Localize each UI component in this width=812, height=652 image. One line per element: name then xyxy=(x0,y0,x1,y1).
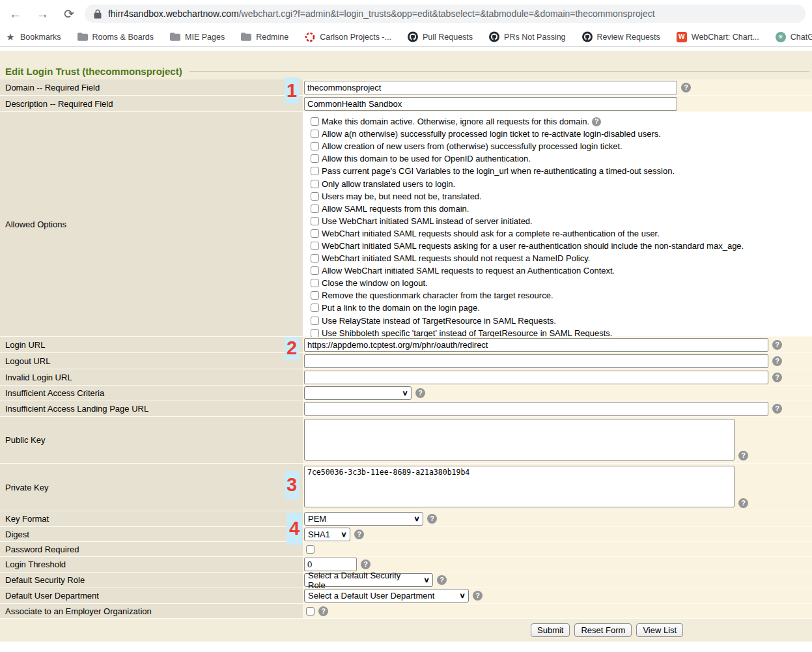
form-footer: Submit Reset Form View List xyxy=(0,619,812,642)
employer-org-help-icon[interactable]: ? xyxy=(318,606,328,616)
allowed-option-checkbox-15[interactable] xyxy=(311,291,319,300)
private-key-help-icon[interactable]: ? xyxy=(738,498,748,508)
allowed-option-checkbox-8[interactable] xyxy=(311,205,319,213)
allowed-option-row: Allow SAML requests from this domain. xyxy=(304,203,812,215)
row-allowed-options: Allowed Options Make this domain active.… xyxy=(0,112,812,337)
allowed-option-checkbox-16[interactable] xyxy=(311,304,319,312)
folder-icon xyxy=(77,32,88,42)
bookmark-label: Review Requests xyxy=(597,33,660,42)
allowed-option-checkbox-11[interactable] xyxy=(311,242,319,250)
allowed-option-label: Use RelayState instead of TargetResource… xyxy=(322,316,556,326)
bookmark-rooms-boards[interactable]: Rooms & Boards xyxy=(77,32,154,42)
invalid-login-url-help-icon[interactable]: ? xyxy=(772,373,782,382)
github-icon xyxy=(582,32,593,42)
bookmark-label: ChatGPT xyxy=(791,33,812,42)
back-icon[interactable]: ← xyxy=(9,8,21,20)
chevron-down-icon: ∨ xyxy=(341,530,347,539)
description-label: Description -- Required Field xyxy=(0,96,303,111)
login-url-help-icon[interactable]: ? xyxy=(772,340,782,350)
row-public-key: Public Key ? xyxy=(0,417,812,464)
default-security-role-label: Default Security Role xyxy=(0,573,303,588)
bookmark-mie-pages[interactable]: MIE Pages xyxy=(170,32,225,42)
reload-icon[interactable]: ⟳ xyxy=(64,8,74,20)
allowed-option-checkbox-3[interactable] xyxy=(311,142,319,150)
logout-url-input[interactable] xyxy=(304,354,768,368)
allowed-option-checkbox-2[interactable] xyxy=(311,130,319,138)
default-user-department-select[interactable]: Select a Default User Department∨ xyxy=(304,589,469,602)
allowed-option-checkbox-13[interactable] xyxy=(311,266,319,275)
page-title-text: Edit Login Trust (thecommonsproject) xyxy=(5,66,182,77)
default-security-role-select[interactable]: Select a Default Security Role∨ xyxy=(304,573,433,587)
default-security-role-help-icon[interactable]: ? xyxy=(437,575,447,585)
insufficient-access-criteria-select[interactable]: ∨ xyxy=(304,386,412,400)
reset-form-button[interactable]: Reset Form xyxy=(574,623,632,637)
key-format-help-icon[interactable]: ? xyxy=(427,514,437,524)
allowed-options-list: Make this domain active. Otherwise, igno… xyxy=(303,112,812,336)
webchart-icon: W xyxy=(677,32,687,42)
bookmark-label: Pull Requests xyxy=(423,33,473,42)
bookmark-carlson-projects[interactable]: Carlson Projects -... xyxy=(305,32,391,42)
bookmark-review-requests[interactable]: Review Requests xyxy=(582,32,660,42)
login-threshold-help-icon[interactable]: ? xyxy=(361,560,371,569)
bookmark-chatgpt[interactable]: ✳ChatGPT xyxy=(776,32,812,42)
default-user-department-help-icon[interactable]: ? xyxy=(473,591,483,601)
submit-button[interactable]: Submit xyxy=(531,623,570,637)
invalid-login-url-input[interactable] xyxy=(304,371,768,384)
padlock-icon[interactable] xyxy=(94,9,102,19)
private-key-textarea[interactable]: 7ce50036-3c3b-11ee-8689-a21a380b19b4 xyxy=(304,466,735,507)
bookmark-webchart-chart[interactable]: WWebChart: Chart... xyxy=(677,32,759,42)
login-url-input[interactable] xyxy=(304,338,768,352)
allowed-option-checkbox-10[interactable] xyxy=(311,229,319,238)
bookmark-redmine[interactable]: Redmine xyxy=(241,32,288,42)
allowed-option-row: Users may be, but need not be, translate… xyxy=(304,190,812,203)
logout-url-label: Logout URL xyxy=(0,353,303,369)
employer-org-checkbox[interactable] xyxy=(306,607,315,616)
default-security-role-value: Select a Default Security Role xyxy=(308,571,419,590)
allowed-option-help-icon[interactable]: ? xyxy=(592,117,601,126)
password-required-checkbox[interactable] xyxy=(306,545,315,554)
github-icon xyxy=(408,32,418,42)
chevron-down-icon: ∨ xyxy=(413,515,420,523)
allowed-option-label: Allow this domain to be used for OpenID … xyxy=(322,154,531,163)
allowed-option-checkbox-14[interactable] xyxy=(311,279,319,287)
insufficient-access-criteria-help-icon[interactable]: ? xyxy=(415,388,425,398)
public-key-textarea[interactable] xyxy=(304,419,735,461)
login-threshold-label: Login Threshold xyxy=(0,557,303,572)
bookmark-pull-requests[interactable]: Pull Requests xyxy=(408,32,473,42)
insufficient-access-landing-help-icon[interactable]: ? xyxy=(772,404,782,414)
allowed-option-checkbox-9[interactable] xyxy=(311,217,319,225)
digest-select[interactable]: SHA1∨ xyxy=(304,528,350,541)
public-key-help-icon[interactable]: ? xyxy=(738,451,748,461)
forward-icon[interactable]: → xyxy=(36,8,49,20)
login-threshold-input[interactable] xyxy=(304,558,357,571)
address-bar[interactable]: fhirr4sandbox.webchartnow.com/webchart.c… xyxy=(85,5,805,23)
domain-input[interactable] xyxy=(304,81,677,94)
bookmark-label: PRs Not Passing xyxy=(504,33,565,42)
allowed-option-checkbox-5[interactable] xyxy=(311,167,319,175)
bookmark-label: MIE Pages xyxy=(185,33,225,42)
allowed-option-row: Allow creation of new users from (otherw… xyxy=(304,140,812,152)
allowed-option-checkbox-7[interactable] xyxy=(311,192,319,201)
bookmark-prs-not-passing[interactable]: PRs Not Passing xyxy=(489,32,565,42)
bookmark-bookmarks[interactable]: ★Bookmarks xyxy=(5,32,61,42)
allowed-option-checkbox-1[interactable] xyxy=(311,117,319,126)
allowed-option-checkbox-4[interactable] xyxy=(311,154,319,163)
login-url-label: Login URL xyxy=(0,337,303,352)
row-invalid-login-url: Invalid Login URL ? xyxy=(0,369,812,386)
allowed-option-checkbox-12[interactable] xyxy=(311,254,319,262)
allowed-option-checkbox-17[interactable] xyxy=(311,317,319,325)
description-input[interactable] xyxy=(304,97,677,111)
allowed-option-label: WebChart initiated SAML requests asking … xyxy=(322,241,744,251)
insufficient-access-landing-input[interactable] xyxy=(304,402,768,416)
view-list-button[interactable]: View List xyxy=(636,623,683,637)
logout-url-help-icon[interactable]: ? xyxy=(772,356,782,366)
url-text: fhirr4sandbox.webchartnow.com/webchart.c… xyxy=(108,8,655,19)
allowed-option-checkbox-18[interactable] xyxy=(311,329,319,337)
key-format-select[interactable]: PEM∨ xyxy=(304,512,423,526)
domain-help-icon[interactable]: ? xyxy=(681,83,691,92)
bookmark-label: Carlson Projects -... xyxy=(320,33,391,42)
allowed-option-row: Only allow translated users to login. xyxy=(304,177,812,190)
digest-help-icon[interactable]: ? xyxy=(354,530,364,539)
allowed-option-checkbox-6[interactable] xyxy=(311,180,319,188)
star-icon: ★ xyxy=(5,32,16,42)
